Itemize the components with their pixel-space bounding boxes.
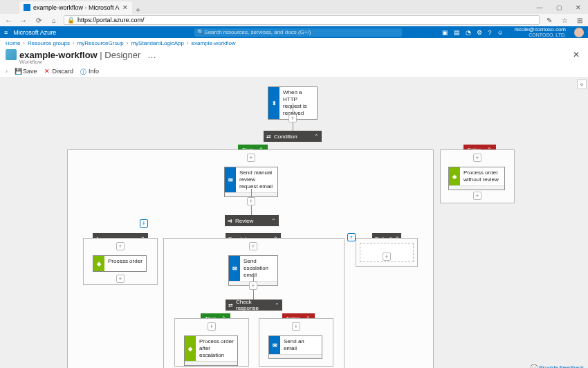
maximize-button[interactable]: ▢ [549, 1, 569, 14]
menu-icon[interactable]: ≡ [4, 29, 8, 36]
add-step-button[interactable]: + [383, 252, 391, 261]
node-label: Send escalation email [240, 256, 277, 281]
notifications-icon[interactable]: ◔ [466, 29, 471, 36]
avatar[interactable] [574, 28, 584, 37]
add-case-button[interactable]: + [140, 219, 148, 228]
azure-brand[interactable]: Microsoft Azure [13, 29, 56, 36]
chevron-up-icon[interactable]: ⌃ [314, 134, 319, 140]
add-step-button[interactable]: + [292, 322, 300, 331]
forward-icon[interactable]: → [19, 17, 28, 24]
azure-favicon-icon [24, 4, 30, 11]
trigger-label: When a HTTP request is received [279, 87, 317, 119]
home-icon[interactable]: ⌂ [50, 17, 58, 24]
review-label: Review [235, 218, 253, 224]
add-step-button[interactable]: + [249, 242, 257, 250]
cloud-shell-icon[interactable]: ▣ [442, 29, 448, 36]
breadcrumb-item[interactable]: example-workflow [192, 40, 236, 46]
lock-icon: 🔒 [67, 17, 75, 24]
tab-strip: example-workflow - Microsoft A ✕ + — ▢ ✕ [0, 0, 588, 14]
switch-icon: ⇉ [228, 218, 232, 224]
process-icon: ◆ [449, 167, 460, 185]
outlook-icon: ✉ [269, 336, 280, 354]
chevron-up-icon[interactable]: ⌃ [271, 218, 276, 224]
new-tab-button[interactable]: + [132, 6, 145, 14]
address-bar: ← → ⟳ ⌂ 🔒 https://portal.azure.com/ ✎ ☆ … [0, 14, 588, 26]
directory-icon[interactable]: ▤ [454, 29, 460, 36]
condition-node[interactable]: ⇄ Condition ⌃ [264, 131, 322, 142]
minimize-button[interactable]: — [530, 1, 549, 14]
review-switch-node[interactable]: ⇉ Review ⌃ [225, 215, 279, 226]
info-button[interactable]: ⓘInfo [80, 68, 99, 75]
process-icon: ◆ [93, 256, 104, 271]
breadcrumb-item[interactable]: Resource groups [28, 40, 70, 46]
tab-title: example-workflow - Microsoft A [33, 4, 120, 11]
node-label: Process order without review [460, 167, 504, 185]
add-step-button[interactable]: + [473, 154, 481, 162]
feedback-icon[interactable]: ☺ [497, 29, 503, 36]
more-icon[interactable]: … [147, 50, 156, 60]
workflow-icon [6, 49, 17, 60]
add-step-button[interactable]: + [116, 275, 125, 283]
designer-canvas[interactable]: « ⬍ When a HTTP request is received + ⇄ … [0, 78, 588, 368]
collections-icon[interactable]: ⊞ [576, 17, 584, 24]
save-button[interactable]: 💾Save [15, 68, 37, 75]
add-case-button[interactable]: + [347, 233, 356, 241]
condition-icon: ⇄ [228, 302, 233, 309]
node-label: Process order [104, 256, 146, 271]
feedback-icon: 💬 [531, 365, 538, 368]
search-icon: 🔍 [197, 29, 204, 35]
node-label: Send an email [280, 336, 322, 354]
add-step-button[interactable]: + [473, 192, 481, 200]
breadcrumb-item[interactable]: Home [6, 40, 20, 46]
send-an-email-node[interactable]: ✉ Send an email [268, 335, 322, 359]
process-after-escalation-node[interactable]: ◆ Process order after escalation [184, 335, 238, 366]
designer-toolbar: › 💾Save ✕Discard ⓘInfo [0, 65, 588, 78]
add-step-button[interactable]: + [208, 322, 216, 331]
breadcrumb-item[interactable]: myResourceGroup [77, 40, 124, 46]
window-controls: — ▢ ✕ [530, 1, 588, 14]
user-info[interactable]: nicole@contoso.com CONTOSO, LTD. [515, 27, 566, 38]
outlook-icon: ✉ [225, 167, 236, 192]
close-icon[interactable]: ✕ [122, 4, 128, 11]
add-step-button[interactable]: + [249, 282, 257, 290]
read-icon[interactable]: ✎ [545, 17, 553, 24]
title-suffix: | Designer [98, 50, 141, 60]
provide-feedback-link[interactable]: 💬 Provide Feedback [531, 365, 584, 368]
http-icon: ⬍ [268, 87, 279, 119]
user-org: CONTOSO, LTD. [515, 33, 566, 38]
close-blade-button[interactable]: ✕ [573, 50, 582, 59]
process-icon: ◆ [185, 336, 196, 361]
back-icon[interactable]: ← [4, 17, 12, 24]
url-text: https://portal.azure.com/ [77, 17, 145, 24]
breadcrumb-item[interactable]: myStandardLogicApp [131, 40, 184, 46]
help-icon[interactable]: ? [488, 29, 491, 36]
chevron-up-icon[interactable]: ⌃ [275, 302, 279, 309]
add-step-button[interactable]: + [247, 197, 255, 205]
add-step-button[interactable]: + [247, 154, 255, 162]
refresh-icon[interactable]: ⟳ [35, 17, 43, 24]
browser-tab[interactable]: example-workflow - Microsoft A ✕ [19, 1, 132, 14]
process-order-node[interactable]: ◆ Process order [93, 255, 147, 272]
add-step-button[interactable]: + [288, 114, 297, 122]
check-response-label: Check response [236, 299, 272, 311]
user-email: nicole@contoso.com [515, 27, 566, 33]
expand-icon[interactable]: › [6, 68, 8, 75]
global-search-input[interactable]: 🔍 Search resources, services, and docs (… [194, 28, 402, 37]
settings-icon[interactable]: ⚙ [477, 29, 482, 36]
condition-label: Condition [274, 134, 297, 140]
breadcrumb: Home› Resource groups› myResourceGroup› … [0, 38, 588, 48]
close-button[interactable]: ✕ [569, 1, 588, 14]
check-response-node[interactable]: ⇄ Check response ⌃ [226, 300, 282, 311]
outlook-icon: ✉ [229, 256, 240, 281]
azure-top-bar: ≡ Microsoft Azure 🔍 Search resources, se… [0, 26, 588, 38]
discard-button[interactable]: ✕Discard [44, 68, 74, 75]
save-icon: 💾 [15, 68, 21, 75]
discard-icon: ✕ [44, 68, 51, 75]
search-placeholder: Search resources, services, and docs (G+… [204, 29, 311, 35]
node-label: Process order after escalation [196, 336, 237, 361]
add-step-button[interactable]: + [116, 242, 125, 250]
info-icon: ⓘ [80, 68, 87, 75]
process-without-review-node[interactable]: ◆ Process order without review [448, 167, 505, 190]
favorite-icon[interactable]: ☆ [560, 17, 569, 24]
url-input[interactable]: 🔒 https://portal.azure.com/ [64, 15, 540, 25]
